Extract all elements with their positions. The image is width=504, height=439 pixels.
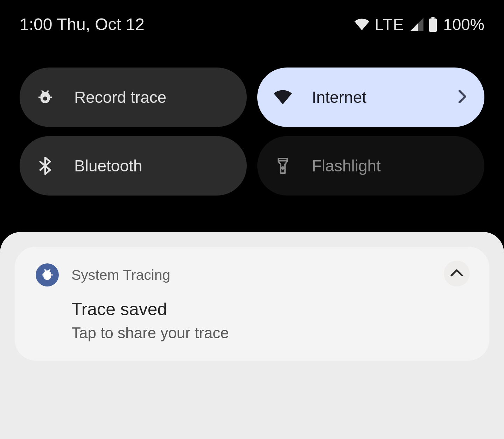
tile-label: Internet [312, 88, 366, 107]
network-type-label: LTE [374, 15, 404, 34]
bug-icon [36, 89, 55, 105]
record-trace-tile[interactable]: Record trace [20, 68, 247, 127]
svg-rect-2 [42, 93, 48, 95]
tile-label: Flashlight [312, 156, 381, 175]
flashlight-tile[interactable]: Flashlight [257, 136, 484, 196]
tile-label: Bluetooth [74, 156, 142, 175]
chevron-right-icon [458, 90, 467, 105]
svg-rect-5 [44, 272, 50, 274]
wifi-icon [273, 90, 292, 105]
collapse-button[interactable] [444, 261, 470, 286]
notification-title: Trace saved [71, 299, 468, 319]
tile-label: Record trace [74, 88, 166, 107]
svg-point-4 [282, 167, 284, 169]
bluetooth-icon [36, 157, 55, 175]
quick-settings-grid: Record trace Internet Bluetooth Flashlig… [0, 34, 504, 196]
app-icon-system-tracing [36, 263, 59, 286]
chevron-up-icon [450, 269, 463, 278]
flashlight-icon [273, 157, 292, 175]
internet-tile[interactable]: Internet [257, 68, 484, 127]
notification-header: System Tracing [36, 263, 468, 286]
notification-body: Trace saved Tap to share your trace [71, 299, 468, 342]
battery-icon [428, 17, 438, 32]
notification-app-name: System Tracing [71, 267, 170, 283]
status-bar-right: LTE 100% [354, 15, 484, 34]
bluetooth-tile[interactable]: Bluetooth [20, 136, 247, 196]
clock-date: 1:00 Thu, Oct 12 [20, 15, 145, 34]
svg-rect-0 [429, 18, 437, 31]
notification-card[interactable]: System Tracing Trace saved Tap to share … [15, 247, 489, 361]
cellular-signal-icon [409, 18, 424, 31]
battery-percentage: 100% [443, 15, 484, 34]
svg-rect-1 [432, 17, 435, 19]
notification-subtitle: Tap to share your trace [71, 324, 468, 342]
status-bar: 1:00 Thu, Oct 12 LTE 100% [0, 0, 504, 34]
wifi-status-icon [354, 19, 370, 30]
notification-shade: System Tracing Trace saved Tap to share … [0, 232, 504, 439]
